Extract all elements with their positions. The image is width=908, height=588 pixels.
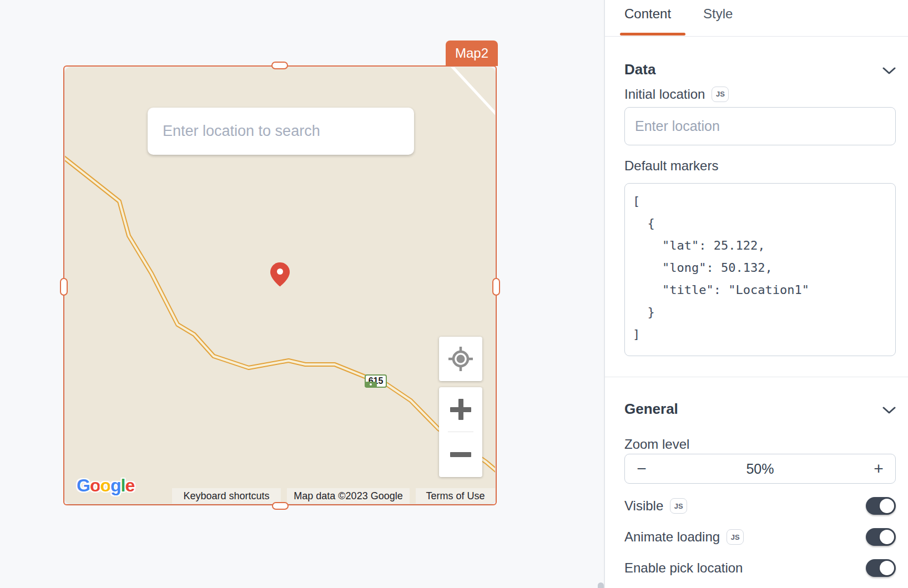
default-markers-label: Default markers — [624, 158, 718, 174]
inspector-panel: Content Style Data Initial location JS D… — [604, 0, 908, 588]
zoom-in-button[interactable] — [439, 387, 482, 432]
chevron-down-icon[interactable] — [882, 407, 896, 414]
zoom-level-label: Zoom level — [624, 436, 689, 453]
enable-pick-location-toggle-row: Enable pick location — [624, 559, 896, 577]
initial-location-label: Initial location JS — [624, 86, 729, 103]
js-toggle-badge[interactable]: JS — [670, 498, 687, 514]
locate-icon — [447, 346, 474, 372]
resize-handle-right[interactable] — [492, 278, 500, 296]
map-zoom-control — [439, 387, 482, 477]
visible-toggle[interactable] — [866, 497, 896, 515]
general-section-header[interactable]: General — [624, 401, 896, 417]
map-data-attribution: Map data ©2023 Google — [287, 488, 410, 504]
inspector-tabs: Content Style — [605, 0, 908, 37]
map-widget[interactable]: 615 Google Keyboard shortcuts — [65, 67, 495, 504]
increment-button[interactable]: + — [862, 459, 895, 478]
animate-loading-toggle-row: Animate loading JS — [624, 528, 896, 546]
zoom-out-button[interactable] — [439, 432, 482, 477]
enable-pick-location-toggle[interactable] — [866, 559, 896, 577]
minus-icon — [450, 452, 471, 457]
visible-label: Visible JS — [624, 498, 687, 514]
initial-location-input[interactable] — [624, 107, 896, 145]
widget-name-tag[interactable]: Map2 — [446, 40, 498, 66]
visible-toggle-row: Visible JS — [624, 496, 896, 515]
default-markers-code-editor[interactable]: [ { "lat": 25.122, "long": 50.132, "titl… — [624, 183, 896, 356]
tab-content[interactable]: Content — [624, 6, 671, 22]
scrollbar-thumb[interactable] — [598, 582, 604, 588]
active-tab-indicator — [620, 33, 685, 36]
terms-of-use-link[interactable]: Terms of Use — [416, 488, 495, 504]
animate-loading-label: Animate loading JS — [624, 529, 744, 545]
tab-style[interactable]: Style — [703, 6, 733, 22]
map-marker-icon[interactable] — [270, 262, 290, 287]
section-divider — [605, 377, 908, 377]
plus-icon — [458, 399, 463, 420]
resize-handle-bottom[interactable] — [272, 502, 289, 510]
zoom-level-stepper: − 50% + — [624, 454, 896, 484]
google-logo: Google — [77, 475, 134, 496]
enable-pick-location-label: Enable pick location — [624, 560, 743, 576]
resize-handle-top[interactable] — [271, 62, 288, 69]
js-toggle-badge[interactable]: JS — [727, 529, 744, 545]
route-shield-615: 615 — [365, 376, 387, 388]
map-search-input[interactable] — [148, 108, 414, 155]
js-toggle-badge[interactable]: JS — [712, 87, 729, 102]
data-section-title: Data — [624, 61, 655, 78]
animate-loading-toggle[interactable] — [866, 528, 896, 546]
data-section-header[interactable]: Data — [624, 61, 896, 78]
chevron-down-icon[interactable] — [882, 67, 896, 74]
zoom-level-value[interactable]: 50% — [658, 461, 862, 477]
resize-handle-left[interactable] — [60, 278, 68, 296]
decrement-button[interactable]: − — [625, 459, 658, 478]
route-shield-crest — [365, 382, 377, 387]
my-location-button[interactable] — [439, 337, 482, 381]
keyboard-shortcuts-link[interactable]: Keyboard shortcuts — [172, 488, 281, 504]
editor-canvas[interactable]: Map2 615 — [0, 0, 604, 588]
general-section-title: General — [624, 401, 678, 418]
